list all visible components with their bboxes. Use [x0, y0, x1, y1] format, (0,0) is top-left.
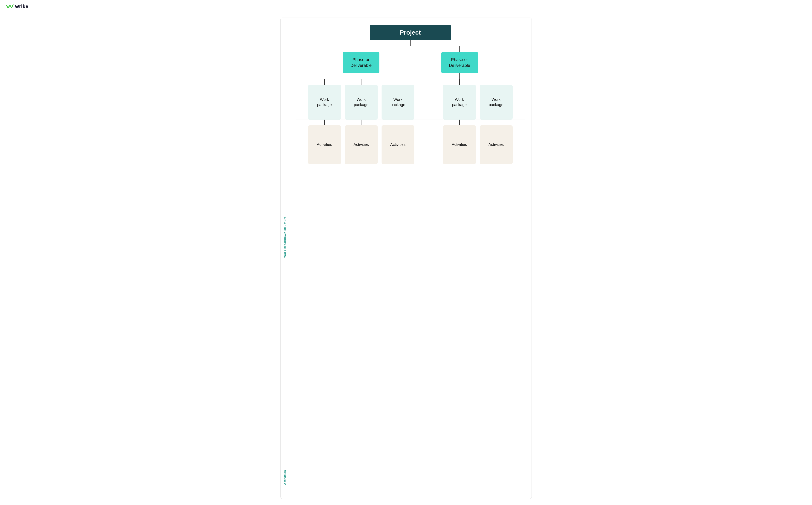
activities-section: Activities Activities Activities Activit…: [296, 120, 525, 166]
activities-3: Activities: [382, 125, 414, 164]
act-group-1: Activities Activities Activities: [308, 125, 414, 164]
main-content: Work breakdown structure Activities Proj…: [0, 13, 812, 505]
activities-level: Activities Activities Activities Activit…: [296, 125, 525, 164]
activities-5: Activities: [480, 125, 513, 164]
diagram-wrapper: Work breakdown structure Activities Proj…: [280, 18, 532, 499]
activities-2: Activities: [345, 125, 378, 164]
activities-label-container: Activities: [281, 456, 289, 499]
wbs-section: Project Phase or Deliverable Phase or De…: [296, 25, 525, 120]
work-package-2: Work package: [345, 85, 378, 120]
wrike-logo-icon: [6, 4, 13, 9]
logo-text: wrike: [15, 3, 28, 9]
logo: wrike: [6, 3, 28, 9]
work-package-5: Work package: [480, 85, 513, 120]
diagram-area: Project Phase or Deliverable Phase or De…: [289, 18, 532, 499]
activities-side-label: Activities: [283, 470, 286, 485]
work-package-level: Work package Work package Work package W…: [296, 85, 525, 120]
phase-level: Phase or Deliverable Phase or Deliverabl…: [296, 52, 525, 73]
side-labels: Work breakdown structure Activities: [281, 18, 289, 499]
wp-group-2: Work package Work package: [443, 85, 513, 120]
work-package-1: Work package: [308, 85, 341, 120]
wp-group-1: Work package Work package Work package: [308, 85, 414, 120]
activities-1: Activities: [308, 125, 341, 164]
act-group-2: Activities Activities: [443, 125, 513, 164]
wbs-label-container: Work breakdown structure: [281, 18, 289, 456]
project-node: Project: [370, 25, 451, 40]
phase-node-2: Phase or Deliverable: [441, 52, 478, 73]
phase-node-1: Phase or Deliverable: [343, 52, 379, 73]
wbs-label: Work breakdown structure: [283, 216, 286, 258]
work-package-3: Work package: [382, 85, 414, 120]
work-package-4: Work package: [443, 85, 476, 120]
header: wrike: [0, 0, 812, 13]
activities-4: Activities: [443, 125, 476, 164]
project-level: Project: [296, 25, 525, 40]
